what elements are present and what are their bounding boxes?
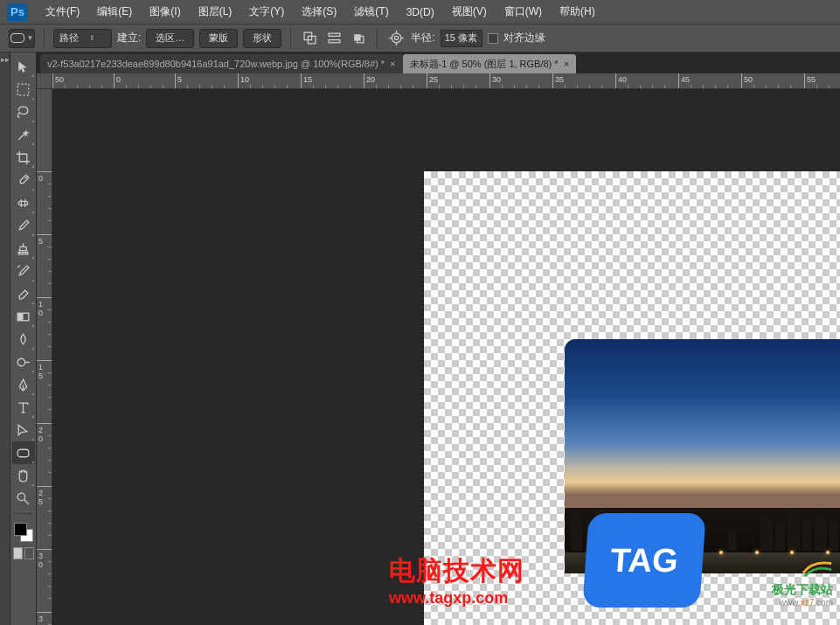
edit-mode-toggle[interactable] xyxy=(13,547,34,559)
gradient-tool[interactable] xyxy=(12,305,35,328)
magic-wand-tool[interactable] xyxy=(12,123,35,146)
marquee-tool[interactable] xyxy=(12,78,35,101)
document-tab-2[interactable]: 未标题-1 @ 50% (图层 1, RGB/8) * × xyxy=(403,54,577,73)
watermark-tagxp-title: 电脑技术网 xyxy=(389,553,524,589)
ruler-origin[interactable] xyxy=(37,73,52,89)
watermark-tagxp: 电脑技术网 www.tagxp.com xyxy=(389,553,524,608)
menu-filter[interactable]: 滤镜(T) xyxy=(345,4,397,19)
vertical-ruler[interactable]: 051 01 52 02 53 03 54 xyxy=(37,89,52,625)
make-mask-button[interactable]: 蒙版 xyxy=(199,29,238,48)
menu-edit[interactable]: 编辑(E) xyxy=(88,4,141,19)
lasso-tool[interactable] xyxy=(12,101,35,123)
expand-dock-icon: ▸▸ xyxy=(1,55,10,625)
move-tool[interactable] xyxy=(12,55,35,78)
menu-bar: Ps 文件(F) 编辑(E) 图像(I) 图层(L) 文字(Y) 选择(S) 滤… xyxy=(0,0,840,24)
watermark-tag-text: TAG xyxy=(609,542,679,580)
svg-rect-3 xyxy=(329,40,340,43)
color-swatches[interactable] xyxy=(12,521,35,544)
foreground-color-swatch[interactable] xyxy=(14,523,27,536)
menu-select[interactable]: 选择(S) xyxy=(293,4,345,19)
tool-preset-picker[interactable]: ▼ xyxy=(9,29,35,48)
rounded-rectangle-tool[interactable] xyxy=(12,441,35,464)
svg-marker-12 xyxy=(18,61,27,73)
path-alignment-icon[interactable] xyxy=(324,29,344,48)
align-edges-checkbox[interactable] xyxy=(488,33,498,44)
hand-tool[interactable] xyxy=(12,464,35,487)
options-bar: ▼ 路径 ⇕ 建立: 选区… 蒙版 形状 半径: 对齐边缘 xyxy=(0,24,840,52)
panel-dock-strip[interactable]: ▸▸ xyxy=(0,52,10,625)
menu-file[interactable]: 文件(F) xyxy=(37,4,88,19)
menu-image[interactable]: 图像(I) xyxy=(141,4,189,19)
svg-point-6 xyxy=(392,33,401,43)
menu-help[interactable]: 帮助(H) xyxy=(551,4,604,19)
eyedropper-tool[interactable] xyxy=(12,169,35,191)
blur-tool[interactable] xyxy=(12,328,35,351)
app-logo: Ps xyxy=(7,3,28,21)
swoosh-icon xyxy=(802,559,833,578)
document-tab-1[interactable]: v2-f53a0217e233deae899d80b9416a91ad_720w… xyxy=(40,54,403,73)
horizontal-ruler[interactable]: 500510152025303540455055 xyxy=(52,73,840,89)
type-tool[interactable] xyxy=(12,396,35,419)
menu-layer[interactable]: 图层(L) xyxy=(190,4,241,19)
align-edges-label: 对齐边缘 xyxy=(503,31,545,45)
path-operations-icon[interactable] xyxy=(300,29,319,48)
svg-rect-23 xyxy=(17,449,29,457)
crop-tool[interactable] xyxy=(12,146,35,169)
gear-icon[interactable] xyxy=(386,29,406,48)
document-tab-2-title: 未标题-1 @ 50% (图层 1, RGB/8) * xyxy=(410,58,559,71)
path-arrangement-icon[interactable] xyxy=(349,29,368,48)
svg-rect-13 xyxy=(17,84,29,95)
svg-rect-2 xyxy=(329,33,340,36)
tool-mode-value: 路径 xyxy=(59,31,79,45)
svg-rect-15 xyxy=(18,201,28,205)
svg-point-20 xyxy=(17,358,25,366)
watermark-tagxp-url: www.tagxp.com xyxy=(389,589,524,608)
radius-input[interactable] xyxy=(441,30,482,47)
brush-tool[interactable] xyxy=(12,214,35,237)
menu-type[interactable]: 文字(Y) xyxy=(240,4,293,19)
document-area: v2-f53a0217e233deae899d80b9416a91ad_720w… xyxy=(37,52,840,625)
svg-point-24 xyxy=(17,493,25,501)
close-icon[interactable]: × xyxy=(390,59,395,69)
tool-mode-select[interactable]: 路径 ⇕ xyxy=(53,29,112,48)
document-tab-1-title: v2-f53a0217e233deae899d80b9416a91ad_720w… xyxy=(47,59,385,69)
svg-point-7 xyxy=(394,36,398,39)
menu-3d[interactable]: 3D(D) xyxy=(398,6,443,18)
radius-label: 半径: xyxy=(411,31,434,45)
watermark-jiguang: 极光下载站 www.xz7.com xyxy=(772,559,833,608)
path-selection-tool[interactable] xyxy=(12,419,35,441)
watermark-tag-badge: TAG xyxy=(582,513,706,608)
svg-rect-19 xyxy=(17,313,23,321)
workspace: ▸▸ v2-f53a021 xyxy=(0,52,840,625)
dodge-tool[interactable] xyxy=(12,351,35,373)
svg-marker-22 xyxy=(18,425,27,435)
eraser-tool[interactable] xyxy=(12,282,35,305)
menu-view[interactable]: 视图(V) xyxy=(443,4,496,19)
document-tab-strip: v2-f53a0217e233deae899d80b9416a91ad_720w… xyxy=(37,52,840,73)
pen-tool[interactable] xyxy=(12,373,35,396)
menu-window[interactable]: 窗口(W) xyxy=(496,4,551,19)
canvas-viewport[interactable] xyxy=(52,89,840,625)
watermark-jiguang-url: www.xz7.com xyxy=(772,598,833,608)
healing-brush-tool[interactable] xyxy=(12,191,35,214)
make-shape-button[interactable]: 形状 xyxy=(243,29,281,48)
toolbox xyxy=(10,52,37,625)
svg-line-25 xyxy=(24,499,29,503)
close-icon[interactable]: × xyxy=(564,59,569,69)
zoom-tool[interactable] xyxy=(12,487,35,510)
watermark-jiguang-title: 极光下载站 xyxy=(772,582,833,598)
make-label: 建立: xyxy=(117,31,141,45)
history-brush-tool[interactable] xyxy=(12,260,35,282)
make-selection-button[interactable]: 选区… xyxy=(146,29,194,48)
clone-stamp-tool[interactable] xyxy=(12,237,35,260)
